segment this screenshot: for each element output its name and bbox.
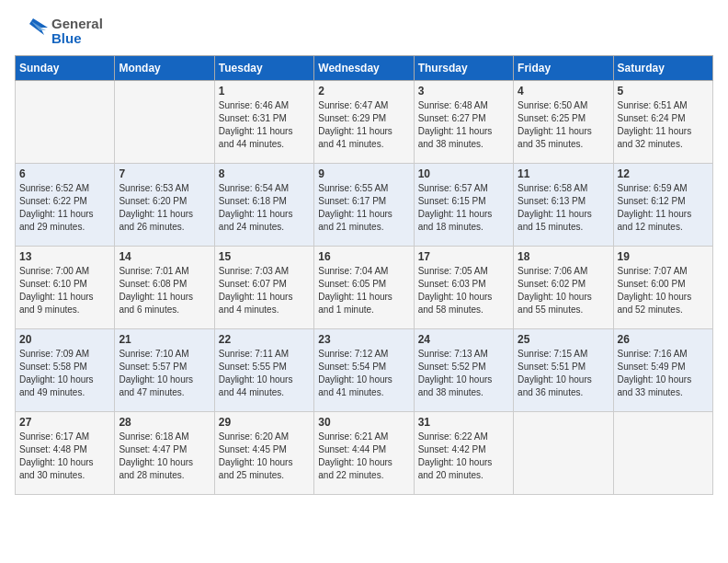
day-content: Sunrise: 7:09 AM Sunset: 5:58 PM Dayligh… — [19, 348, 110, 399]
day-number: 26 — [618, 333, 709, 346]
day-content: Sunrise: 6:46 AM Sunset: 6:31 PM Dayligh… — [219, 99, 310, 151]
calendar-cell: 12Sunrise: 6:59 AM Sunset: 6:12 PM Dayli… — [613, 164, 712, 247]
day-number: 18 — [518, 250, 609, 263]
day-content: Sunrise: 7:00 AM Sunset: 6:10 PM Dayligh… — [19, 265, 110, 316]
week-row-1: 1Sunrise: 6:46 AM Sunset: 6:31 PM Daylig… — [16, 81, 713, 164]
day-content: Sunrise: 6:54 AM Sunset: 6:18 PM Dayligh… — [219, 182, 310, 234]
day-number: 23 — [318, 333, 409, 346]
calendar-cell: 1Sunrise: 6:46 AM Sunset: 6:31 PM Daylig… — [214, 81, 313, 164]
day-content: Sunrise: 6:55 AM Sunset: 6:17 PM Dayligh… — [318, 182, 409, 234]
calendar-cell: 19Sunrise: 7:07 AM Sunset: 6:00 PM Dayli… — [613, 247, 712, 329]
calendar-cell: 18Sunrise: 7:06 AM Sunset: 6:02 PM Dayli… — [514, 247, 613, 329]
day-content: Sunrise: 7:01 AM Sunset: 6:08 PM Dayligh… — [119, 265, 210, 316]
calendar-cell: 8Sunrise: 6:54 AM Sunset: 6:18 PM Daylig… — [214, 164, 313, 247]
day-header-saturday: Saturday — [613, 56, 712, 81]
day-content: Sunrise: 7:07 AM Sunset: 6:00 PM Dayligh… — [618, 265, 709, 316]
calendar-cell: 11Sunrise: 6:58 AM Sunset: 6:13 PM Dayli… — [514, 164, 613, 247]
day-number: 28 — [119, 416, 210, 429]
day-content: Sunrise: 6:17 AM Sunset: 4:48 PM Dayligh… — [19, 431, 110, 482]
calendar-cell: 17Sunrise: 7:05 AM Sunset: 6:03 PM Dayli… — [414, 247, 513, 329]
calendar-cell: 6Sunrise: 6:52 AM Sunset: 6:22 PM Daylig… — [16, 164, 115, 247]
day-content: Sunrise: 6:57 AM Sunset: 6:15 PM Dayligh… — [418, 182, 509, 234]
calendar-cell: 9Sunrise: 6:55 AM Sunset: 6:17 PM Daylig… — [314, 164, 414, 247]
calendar-cell: 4Sunrise: 6:50 AM Sunset: 6:25 PM Daylig… — [514, 81, 613, 164]
calendar-cell: 27Sunrise: 6:17 AM Sunset: 4:48 PM Dayli… — [16, 412, 115, 495]
day-header-wednesday: Wednesday — [314, 56, 414, 81]
week-row-3: 13Sunrise: 7:00 AM Sunset: 6:10 PM Dayli… — [16, 247, 713, 329]
day-number: 13 — [19, 250, 110, 263]
week-row-2: 6Sunrise: 6:52 AM Sunset: 6:22 PM Daylig… — [16, 164, 713, 247]
day-number: 17 — [418, 250, 509, 263]
day-content: Sunrise: 7:06 AM Sunset: 6:02 PM Dayligh… — [518, 265, 609, 316]
day-number: 7 — [119, 167, 210, 180]
calendar-cell: 20Sunrise: 7:09 AM Sunset: 5:58 PM Dayli… — [16, 329, 115, 412]
calendar-cell: 28Sunrise: 6:18 AM Sunset: 4:47 PM Dayli… — [115, 412, 214, 495]
day-number: 14 — [119, 250, 210, 263]
day-content: Sunrise: 7:11 AM Sunset: 5:55 PM Dayligh… — [219, 348, 310, 399]
day-number: 16 — [318, 250, 409, 263]
calendar-cell — [514, 412, 613, 495]
day-header-friday: Friday — [514, 56, 613, 81]
day-number: 6 — [19, 167, 110, 180]
calendar-table: SundayMondayTuesdayWednesdayThursdayFrid… — [15, 55, 713, 495]
day-number: 3 — [418, 85, 509, 98]
day-header-thursday: Thursday — [414, 56, 513, 81]
day-content: Sunrise: 6:18 AM Sunset: 4:47 PM Dayligh… — [119, 431, 210, 482]
calendar-cell — [613, 412, 712, 495]
day-content: Sunrise: 6:51 AM Sunset: 6:24 PM Dayligh… — [618, 99, 709, 151]
calendar-cell — [115, 81, 214, 164]
day-header-tuesday: Tuesday — [214, 56, 313, 81]
day-content: Sunrise: 6:21 AM Sunset: 4:44 PM Dayligh… — [318, 431, 409, 482]
page-header: General Blue — [15, 15, 713, 48]
day-number: 20 — [19, 333, 110, 346]
day-content: Sunrise: 6:52 AM Sunset: 6:22 PM Dayligh… — [19, 182, 110, 234]
week-row-4: 20Sunrise: 7:09 AM Sunset: 5:58 PM Dayli… — [16, 329, 713, 412]
day-number: 27 — [19, 416, 110, 429]
day-number: 9 — [318, 167, 409, 180]
calendar-cell — [16, 81, 115, 164]
day-content: Sunrise: 7:12 AM Sunset: 5:54 PM Dayligh… — [318, 348, 409, 399]
day-number: 29 — [219, 416, 310, 429]
day-number: 4 — [518, 85, 609, 98]
day-number: 30 — [318, 416, 409, 429]
calendar-cell: 14Sunrise: 7:01 AM Sunset: 6:08 PM Dayli… — [115, 247, 214, 329]
day-number: 25 — [518, 333, 609, 346]
day-header-monday: Monday — [115, 56, 214, 81]
day-content: Sunrise: 6:47 AM Sunset: 6:29 PM Dayligh… — [318, 99, 409, 151]
calendar-cell: 7Sunrise: 6:53 AM Sunset: 6:20 PM Daylig… — [115, 164, 214, 247]
day-number: 15 — [219, 250, 310, 263]
calendar-cell: 13Sunrise: 7:00 AM Sunset: 6:10 PM Dayli… — [16, 247, 115, 329]
week-row-5: 27Sunrise: 6:17 AM Sunset: 4:48 PM Dayli… — [16, 412, 713, 495]
day-number: 5 — [618, 85, 709, 98]
day-number: 31 — [418, 416, 509, 429]
day-number: 8 — [219, 167, 310, 180]
day-number: 12 — [618, 167, 709, 180]
calendar-cell: 10Sunrise: 6:57 AM Sunset: 6:15 PM Dayli… — [414, 164, 513, 247]
day-number: 21 — [119, 333, 210, 346]
day-number: 1 — [219, 85, 310, 98]
day-number: 2 — [318, 85, 409, 98]
day-number: 19 — [618, 250, 709, 263]
day-content: Sunrise: 7:10 AM Sunset: 5:57 PM Dayligh… — [119, 348, 210, 399]
day-content: Sunrise: 6:53 AM Sunset: 6:20 PM Dayligh… — [119, 182, 210, 234]
logo: General Blue — [15, 15, 103, 48]
calendar-cell: 26Sunrise: 7:16 AM Sunset: 5:49 PM Dayli… — [613, 329, 712, 412]
day-content: Sunrise: 7:04 AM Sunset: 6:05 PM Dayligh… — [318, 265, 409, 316]
calendar-cell: 3Sunrise: 6:48 AM Sunset: 6:27 PM Daylig… — [414, 81, 513, 164]
day-content: Sunrise: 7:16 AM Sunset: 5:49 PM Dayligh… — [618, 348, 709, 399]
day-number: 10 — [418, 167, 509, 180]
calendar-cell: 21Sunrise: 7:10 AM Sunset: 5:57 PM Dayli… — [115, 329, 214, 412]
day-content: Sunrise: 6:50 AM Sunset: 6:25 PM Dayligh… — [518, 99, 609, 151]
calendar-cell: 16Sunrise: 7:04 AM Sunset: 6:05 PM Dayli… — [314, 247, 414, 329]
day-number: 11 — [518, 167, 609, 180]
day-content: Sunrise: 6:20 AM Sunset: 4:45 PM Dayligh… — [219, 431, 310, 482]
calendar-cell: 2Sunrise: 6:47 AM Sunset: 6:29 PM Daylig… — [314, 81, 414, 164]
logo-bird-icon — [15, 15, 48, 48]
day-number: 24 — [418, 333, 509, 346]
day-content: Sunrise: 6:58 AM Sunset: 6:13 PM Dayligh… — [518, 182, 609, 234]
day-content: Sunrise: 6:48 AM Sunset: 6:27 PM Dayligh… — [418, 99, 509, 151]
logo-general: General — [51, 17, 103, 32]
calendar-cell: 15Sunrise: 7:03 AM Sunset: 6:07 PM Dayli… — [214, 247, 313, 329]
calendar-cell: 23Sunrise: 7:12 AM Sunset: 5:54 PM Dayli… — [314, 329, 414, 412]
calendar-cell: 22Sunrise: 7:11 AM Sunset: 5:55 PM Dayli… — [214, 329, 313, 412]
